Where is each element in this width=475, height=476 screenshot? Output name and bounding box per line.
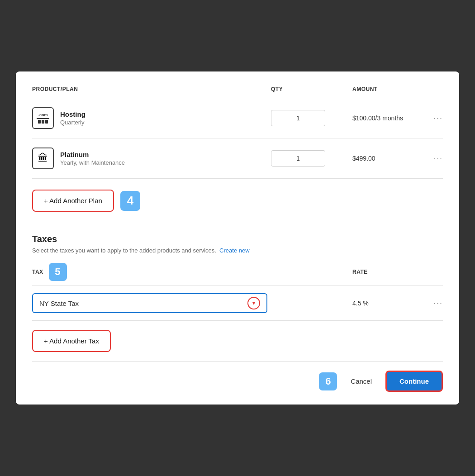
hosting-product-name: Hosting bbox=[60, 110, 86, 118]
add-plan-section: + Add Another Plan 4 bbox=[32, 179, 443, 221]
hosting-product-text: Hosting Quarterly bbox=[60, 110, 86, 126]
create-new-link[interactable]: Create new bbox=[219, 247, 249, 254]
taxes-title: Taxes bbox=[32, 234, 443, 244]
add-plan-label: + Add Another Plan bbox=[44, 197, 102, 205]
bank-icon: 🏛 bbox=[32, 148, 54, 169]
step-badge-4: 4 bbox=[120, 191, 140, 211]
hosting-product-sub: Quarterly bbox=[60, 119, 86, 126]
taxes-subtitle: Select the taxes you want to apply to th… bbox=[32, 247, 443, 254]
tax-rate-cell: 4.5 % ··· bbox=[352, 299, 443, 308]
continue-button[interactable]: Continue bbox=[385, 371, 443, 392]
add-another-tax-button[interactable]: + Add Another Tax bbox=[32, 330, 111, 352]
hosting-icon-bars bbox=[38, 120, 48, 124]
step-badge-5: 5 bbox=[49, 263, 67, 281]
add-tax-label: + Add Another Tax bbox=[44, 337, 99, 345]
hosting-icon-bar bbox=[37, 118, 49, 119]
platinum-product-text: Platinum Yearly, with Maintenance bbox=[60, 151, 125, 166]
product-row-hosting: .com Hosting Quarterly $100.00/3 months … bbox=[32, 98, 443, 138]
platinum-product-name: Platinum bbox=[60, 151, 125, 158]
modal-container: PRODUCT/PLAN QTY AMOUNT .com Hosting Qua… bbox=[16, 71, 459, 405]
hosting-more-button[interactable]: ··· bbox=[433, 114, 443, 123]
cancel-button[interactable]: Cancel bbox=[343, 373, 379, 390]
taxes-section: Taxes Select the taxes you want to apply… bbox=[32, 221, 443, 321]
tax-dropdown-button[interactable]: NY State Tax ▾ bbox=[32, 293, 267, 313]
hosting-icon: .com bbox=[32, 107, 54, 129]
tax-table-header: TAX 5 RATE bbox=[32, 263, 443, 286]
product-info-hosting: .com Hosting Quarterly bbox=[32, 107, 271, 129]
dropdown-chevron-icon: ▾ bbox=[247, 297, 260, 309]
platinum-amount-cell: $499.00 ··· bbox=[352, 154, 443, 163]
tax-row-ny: NY State Tax ▾ 4.5 % ··· bbox=[32, 286, 443, 321]
product-info-platinum: 🏛 Platinum Yearly, with Maintenance bbox=[32, 148, 271, 169]
col-header-tax: TAX 5 bbox=[32, 263, 352, 281]
platinum-qty-cell bbox=[271, 150, 352, 167]
step-badge-6: 6 bbox=[319, 372, 337, 390]
platinum-amount-text: $499.00 bbox=[352, 155, 375, 162]
add-another-plan-button[interactable]: + Add Another Plan bbox=[32, 190, 114, 212]
col-header-rate: RATE bbox=[352, 269, 443, 275]
hosting-icon-text: .com bbox=[38, 113, 48, 117]
hosting-qty-input[interactable] bbox=[271, 110, 325, 126]
tax-select-wrapper: NY State Tax ▾ bbox=[32, 293, 352, 313]
tax-selected-value: NY State Tax bbox=[39, 300, 79, 307]
platinum-product-sub: Yearly, with Maintenance bbox=[60, 159, 125, 166]
tax-more-button[interactable]: ··· bbox=[433, 299, 443, 308]
platinum-qty-input[interactable] bbox=[271, 150, 325, 167]
hosting-amount-text: $100.00/3 months bbox=[352, 114, 403, 122]
hosting-qty-cell bbox=[271, 110, 352, 126]
product-row-platinum: 🏛 Platinum Yearly, with Maintenance $499… bbox=[32, 138, 443, 179]
col-header-qty: QTY bbox=[271, 86, 352, 92]
platinum-more-button[interactable]: ··· bbox=[433, 154, 443, 163]
col-header-product: PRODUCT/PLAN bbox=[32, 86, 271, 92]
col-header-amount: AMOUNT bbox=[352, 86, 443, 92]
add-tax-section: + Add Another Tax bbox=[32, 321, 443, 362]
product-table-header: PRODUCT/PLAN QTY AMOUNT bbox=[32, 86, 443, 98]
footer: 6 Cancel Continue bbox=[32, 362, 443, 392]
tax-rate-text: 4.5 % bbox=[352, 300, 369, 307]
hosting-amount-cell: $100.00/3 months ··· bbox=[352, 114, 443, 123]
